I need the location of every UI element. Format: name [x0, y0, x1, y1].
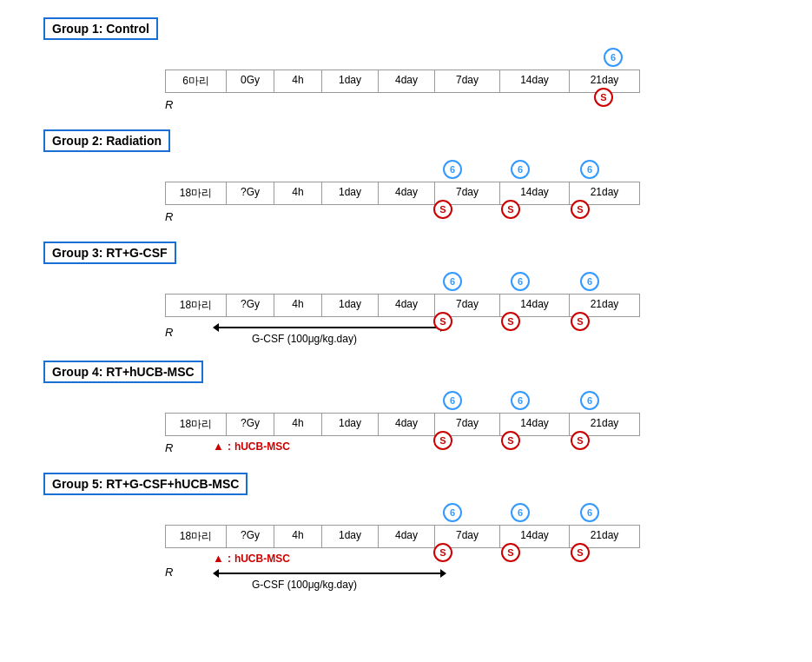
group3-arrow-left — [213, 323, 219, 332]
group5-gcsf-arrow — [213, 569, 446, 578]
group5-4day: 4day — [379, 526, 435, 547]
group1-label: Group 1: Control — [43, 17, 158, 40]
group3-r-label: R — [165, 326, 173, 339]
group5-blue-7day: 6 — [443, 503, 462, 522]
group2-red-21day: S — [571, 200, 590, 219]
group2-blue-7day: 6 — [443, 160, 462, 179]
group5-triangle-icon: ▲ — [213, 552, 224, 565]
group3-blue-21day: 6 — [580, 272, 599, 291]
group4-circles: 6 6 6 — [165, 388, 795, 413]
group3-annotation: R G-CSF (100μg/kg.day) S S S — [165, 319, 795, 345]
group5-red-14day: S — [501, 543, 520, 562]
group5-1day: 1day — [322, 526, 379, 547]
group4-r-label: R — [165, 441, 173, 454]
group5-arrow-left — [213, 569, 219, 578]
group1-14day: 14day — [500, 70, 570, 92]
group1-section: Group 1: Control 6 6마리 0Gy 4h 1day 4day … — [17, 17, 795, 114]
group3-label: Group 3: RT+G-CSF — [43, 242, 176, 264]
group4-blue-7day: 6 — [443, 391, 462, 410]
group2-4h: 4h — [274, 182, 322, 204]
group5-4h: 4h — [274, 526, 322, 547]
group5-r-label: R — [165, 566, 173, 579]
group3-1day: 1day — [322, 295, 379, 316]
group3-blue-7day: 6 — [443, 272, 462, 291]
group1-table: 6마리 0Gy 4h 1day 4day 7day 14day 21day — [165, 70, 640, 93]
group3-red-7day: S — [433, 312, 452, 331]
group2-table: 18마리 ?Gy 4h 1day 4day 7day 14day 21day — [165, 182, 640, 205]
group3-section: Group 3: RT+G-CSF 6 6 6 18마리 ?Gy 4h 1day… — [17, 242, 795, 345]
group1-dose: 0Gy — [227, 70, 274, 92]
group2-1day: 1day — [322, 182, 379, 204]
group4-4day: 4day — [379, 414, 435, 435]
group4-blue-14day: 6 — [511, 391, 530, 410]
group5-arrow-right — [440, 569, 446, 578]
group5-timeline: 18마리 ?Gy 4h 1day 4day 7day 14day 21day — [165, 525, 795, 548]
group1-4day: 4day — [379, 70, 435, 92]
group3-red-21day: S — [571, 312, 590, 331]
group4-triangle-row: ▲ : hUCB-MSC — [213, 440, 290, 453]
group1-red-21day: S — [594, 88, 613, 107]
group2-label: Group 2: Radiation — [43, 129, 170, 152]
group4-blue-21day: 6 — [580, 391, 599, 410]
group2-circles: 6 6 6 — [165, 157, 795, 182]
group2-annotation: R S S S — [165, 207, 795, 226]
group4-annotation: R ▲ : hUCB-MSC S S S — [165, 438, 795, 457]
group5-triangle-row: ▲ : hUCB-MSC — [213, 552, 290, 565]
group3-gcsf-label: G-CSF (100μg/kg.day) — [252, 333, 357, 345]
group2-section: Group 2: Radiation 6 6 6 18마리 ?Gy 4h 1da… — [17, 129, 795, 226]
group3-red-14day: S — [501, 312, 520, 331]
group5-dose: ?Gy — [227, 526, 274, 547]
group1-blue-21day: 6 — [604, 48, 623, 67]
group4-1day: 1day — [322, 414, 379, 435]
group4-4h: 4h — [274, 414, 322, 435]
group4-table: 18마리 ?Gy 4h 1day 4day 7day 14day 21day — [165, 413, 640, 436]
group3-dose: ?Gy — [227, 295, 274, 316]
group3-4day: 4day — [379, 295, 435, 316]
group2-dose: ?Gy — [227, 182, 274, 204]
group1-r-label: R — [165, 98, 173, 111]
group3-blue-14day: 6 — [511, 272, 530, 291]
group4-red-7day: S — [433, 431, 452, 450]
group5-table: 18마리 ?Gy 4h 1day 4day 7day 14day 21day — [165, 525, 640, 548]
group3-animals: 18마리 — [166, 295, 227, 316]
group2-blue-21day: 6 — [580, 160, 599, 179]
group5-section: Group 5: RT+G-CSF+hUCB-MSC 6 6 6 18마리 ?G… — [17, 473, 795, 593]
group1-timeline: 6마리 0Gy 4h 1day 4day 7day 14day 21day — [165, 70, 795, 93]
group1-1day: 1day — [322, 70, 379, 92]
group4-section: Group 4: RT+hUCB-MSC 6 6 6 18마리 ?Gy 4h 1… — [17, 361, 795, 457]
group1-animals: 6마리 — [166, 70, 227, 92]
group5-arrow-line — [219, 573, 440, 574]
group2-timeline: 18마리 ?Gy 4h 1day 4day 7day 14day 21day — [165, 182, 795, 205]
group5-circles: 6 6 6 — [165, 500, 795, 525]
group1-4h: 4h — [274, 70, 322, 92]
group2-red-7day: S — [433, 200, 452, 219]
group1-annotation: R S — [165, 95, 795, 114]
group5-blue-14day: 6 — [511, 503, 530, 522]
group5-red-21day: S — [571, 543, 590, 562]
group4-dose: ?Gy — [227, 414, 274, 435]
group2-animals: 18마리 — [166, 182, 227, 204]
group5-hucb-label: hUCB-MSC — [234, 553, 290, 565]
group3-4h: 4h — [274, 295, 322, 316]
group4-hucb-label: hUCB-MSC — [234, 440, 290, 453]
group4-red-14day: S — [501, 431, 520, 450]
group4-triangle-icon: ▲ — [213, 440, 224, 453]
group2-red-14day: S — [501, 200, 520, 219]
group3-arrow-line — [219, 327, 440, 328]
group4-red-21day: S — [571, 431, 590, 450]
group5-blue-21day: 6 — [580, 503, 599, 522]
group4-animals: 18마리 — [166, 414, 227, 435]
group3-timeline: 18마리 ?Gy 4h 1day 4day 7day 14day 21day — [165, 294, 795, 317]
group1-circles: 6 — [165, 45, 795, 70]
group5-gcsf-label: G-CSF (100μg/kg.day) — [252, 579, 357, 591]
group3-table: 18마리 ?Gy 4h 1day 4day 7day 14day 21day — [165, 294, 640, 317]
group4-colon: : — [228, 440, 231, 453]
group5-annotation: R ▲ : hUCB-MSC G-CSF (100μg/kg.day) S S … — [165, 550, 795, 593]
group3-gcsf-arrow — [213, 323, 446, 332]
group4-label: Group 4: RT+hUCB-MSC — [43, 361, 203, 383]
group5-label: Group 5: RT+G-CSF+hUCB-MSC — [43, 473, 248, 495]
group4-timeline: 18마리 ?Gy 4h 1day 4day 7day 14day 21day — [165, 413, 795, 436]
group2-blue-14day: 6 — [511, 160, 530, 179]
group5-red-7day: S — [433, 543, 452, 562]
group2-r-label: R — [165, 210, 173, 223]
